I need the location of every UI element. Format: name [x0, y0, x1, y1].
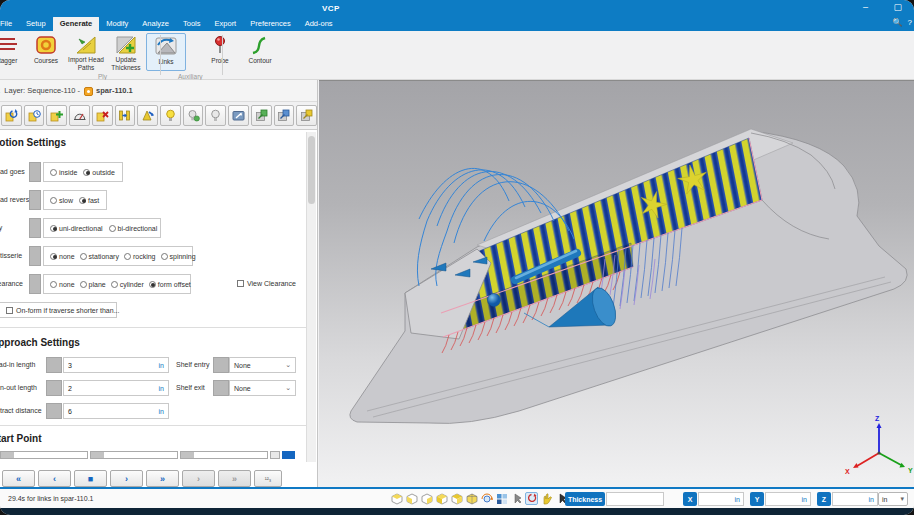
menu-generate[interactable]: Generate: [53, 17, 100, 31]
onform-checkbox[interactable]: On-form if traverse shorter than...: [6, 307, 119, 314]
minimize-button[interactable]: –: [863, 3, 868, 12]
nav-next-disabled-button[interactable]: ›: [182, 470, 215, 487]
radio-inside[interactable]: inside: [50, 169, 77, 176]
menu-analyze[interactable]: Analyze: [135, 17, 176, 31]
radio-slow[interactable]: slow: [50, 197, 73, 204]
axis-x-label: X: [845, 468, 850, 475]
shelf-exit-dropdown[interactable]: None⌄: [229, 380, 296, 396]
menu-preferences[interactable]: Preferences: [243, 17, 297, 31]
lay-swatch[interactable]: [29, 218, 41, 238]
ribbon-contour-button[interactable]: Contour: [240, 33, 280, 71]
cube-view-5-icon[interactable]: [450, 492, 463, 505]
menu-addons[interactable]: Add-ons: [298, 17, 340, 31]
cube-view-2-icon[interactable]: [405, 492, 418, 505]
ribbon-courses-button[interactable]: Courses: [26, 33, 66, 71]
radio-cylinder[interactable]: cylinder: [111, 281, 144, 288]
link-columns-icon[interactable]: [115, 105, 136, 126]
z-input[interactable]: in: [832, 492, 878, 506]
run-out-input[interactable]: 2in: [63, 380, 169, 396]
retract-swatch[interactable]: [46, 403, 62, 419]
maximize-button[interactable]: ▢: [893, 3, 902, 12]
view-clearance-checkbox[interactable]: View Clearance: [237, 280, 296, 287]
y-input[interactable]: in: [765, 492, 811, 506]
menu-export[interactable]: Export: [208, 17, 244, 31]
radio-fast[interactable]: fast: [79, 197, 99, 204]
bulb-on-icon[interactable]: [160, 105, 181, 126]
bulb-off-icon[interactable]: [205, 105, 226, 126]
nav-prev-button[interactable]: ‹: [38, 470, 71, 487]
bulb-green-icon[interactable]: [183, 105, 204, 126]
lead-in-input[interactable]: 3in: [63, 357, 169, 373]
panel-scrollbar[interactable]: [306, 132, 316, 462]
retract-input[interactable]: 6in: [63, 403, 169, 419]
cursor-icon[interactable]: [510, 492, 523, 505]
ribbon-import-head-paths-button[interactable]: Import Head Paths: [66, 33, 106, 71]
shelf-entry-swatch[interactable]: [213, 357, 229, 373]
nav-last-disabled-button[interactable]: »: [218, 470, 251, 487]
clock-flag-icon[interactable]: [24, 105, 45, 126]
clearance-swatch[interactable]: [29, 274, 41, 294]
settings-panel: ‹ Layer: Sequence-110 - spar-110.1 Motio…: [0, 80, 318, 490]
radio-form-offset[interactable]: form offset: [149, 281, 191, 288]
slider-track[interactable]: [180, 451, 268, 459]
help-icon[interactable]: ?: [908, 18, 912, 27]
ribbon-links-button[interactable]: Links: [146, 33, 186, 71]
unit-dropdown[interactable]: in▾: [878, 492, 908, 506]
orbit-view-icon[interactable]: [480, 492, 493, 505]
radio-rot-none[interactable]: none: [50, 253, 75, 260]
nav-next-button[interactable]: ›: [110, 470, 143, 487]
x-input[interactable]: in: [698, 492, 744, 506]
rotisserie-row: Rotisserie none stationary rocking spinn…: [0, 246, 291, 266]
swap-yellow-icon[interactable]: [296, 105, 317, 126]
rotate-red-icon[interactable]: [525, 492, 538, 505]
run-out-swatch[interactable]: [46, 380, 62, 396]
stagger-icon: [0, 34, 18, 56]
nav-stop-button[interactable]: ■: [74, 470, 107, 487]
panel-arrow-icon[interactable]: [228, 105, 249, 126]
slider-track[interactable]: [90, 451, 178, 459]
slider-track[interactable]: [0, 451, 88, 459]
search-icon[interactable]: 🔍: [893, 18, 903, 27]
radio-plane[interactable]: plane: [80, 281, 106, 288]
thickness-button[interactable]: Thickness: [565, 492, 605, 506]
cube-view-6-icon[interactable]: [465, 492, 478, 505]
thickness-input[interactable]: [606, 492, 664, 506]
rotisserie-swatch[interactable]: [29, 246, 41, 266]
gauge-icon[interactable]: [69, 105, 90, 126]
menu-modify[interactable]: Modify: [99, 17, 135, 31]
menu-tools[interactable]: Tools: [176, 17, 208, 31]
nav-renumber-button[interactable]: ¹²₃: [254, 470, 282, 487]
add-flag-icon[interactable]: [46, 105, 67, 126]
menu-setup[interactable]: Setup: [19, 17, 53, 31]
nav-last-button[interactable]: »: [146, 470, 179, 487]
head-goes-swatch[interactable]: [29, 162, 41, 182]
shelf-exit-swatch[interactable]: [213, 380, 229, 396]
viewport-3d[interactable]: Z X Y: [319, 80, 914, 490]
radio-clear-none[interactable]: none: [50, 281, 75, 288]
cube-view-1-icon[interactable]: [390, 492, 403, 505]
swap-blue-icon[interactable]: [274, 105, 295, 126]
cube-view-3-icon[interactable]: [420, 492, 433, 505]
nav-first-button[interactable]: «: [2, 470, 35, 487]
head-reversal-swatch[interactable]: [29, 190, 41, 210]
radio-outside[interactable]: outside: [83, 169, 115, 176]
cube-view-4-icon[interactable]: [435, 492, 448, 505]
radio-uni-directional[interactable]: uni-directional: [50, 225, 103, 232]
shading-grid-icon[interactable]: [495, 492, 508, 505]
delete-flag-icon[interactable]: [92, 105, 113, 126]
shelf-entry-dropdown[interactable]: None⌄: [229, 357, 296, 373]
ribbon-update-thickness-button[interactable]: Update Thickness: [106, 33, 146, 71]
sweep-brush-icon[interactable]: [137, 105, 158, 126]
menu-file[interactable]: File: [0, 17, 19, 31]
radio-spinning[interactable]: spinning: [161, 253, 196, 260]
swap-green-icon[interactable]: [251, 105, 272, 126]
lead-in-swatch[interactable]: [46, 357, 62, 373]
slider-end-button[interactable]: [270, 451, 280, 459]
radio-bi-directional[interactable]: bi-directional: [109, 225, 158, 232]
radio-rocking[interactable]: rocking: [124, 253, 156, 260]
ribbon-stagger-button[interactable]: Stagger: [0, 33, 26, 71]
ribbon-probe-button[interactable]: Probe: [200, 33, 240, 71]
radio-stationary[interactable]: stationary: [80, 253, 119, 260]
hand-tool-icon[interactable]: [540, 492, 553, 505]
regenerate-flag-icon[interactable]: [1, 105, 22, 126]
